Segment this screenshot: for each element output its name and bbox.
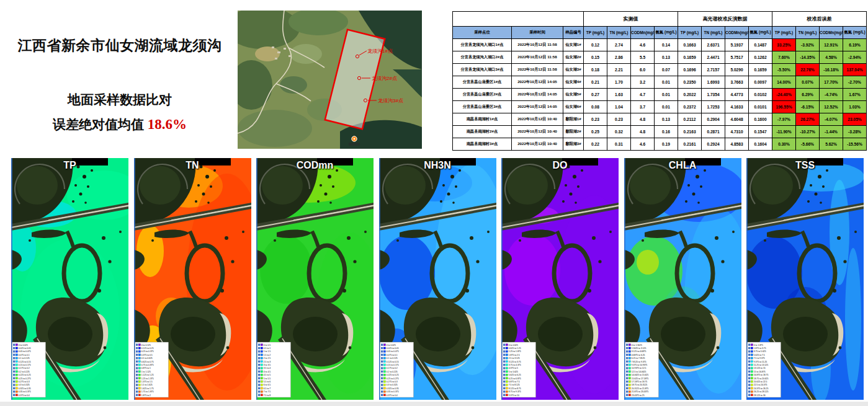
table-row: 分宜县龙须沟入湖口2#点2022年10月12日 11:58仙女湖2#0.152.… — [453, 51, 867, 64]
measured-cell-2: 6.0 — [631, 64, 655, 76]
svg-text:0.1 to 0.125: 0.1 to 0.125 — [19, 357, 30, 360]
heatmap-label-NH3N: NH3N — [424, 160, 451, 171]
measured-cell-3: 0.01 — [655, 89, 678, 101]
heatmap-panel-CHLA: 0 to 1.56251.5625 to 3.1253.125 to 4.687… — [624, 158, 741, 400]
svg-text:5 to 5.5: 5 to 5.5 — [264, 377, 271, 380]
error-cell-1: -6.15% — [796, 101, 820, 113]
inverted-cell-2: 4.4773 — [725, 89, 749, 101]
svg-text:28.125 to 30: 28.125 to 30 — [754, 394, 766, 397]
svg-text:23.4375 to 25: 23.4375 to 25 — [631, 394, 644, 397]
header-time: 采样时间 — [512, 27, 563, 39]
inverted-cell-2: 5.7517 — [725, 51, 749, 64]
inverted-cell-2: 4.6048 — [725, 113, 749, 126]
svg-text:26.25 to 28.125: 26.25 to 28.125 — [754, 391, 769, 393]
svg-text:0.625 to 0.75: 0.625 to 0.75 — [141, 361, 153, 363]
time-cell: 2022年10月12日 11:58 — [512, 51, 563, 64]
svg-text:0.275 to 0.3: 0.275 to 0.3 — [19, 381, 30, 383]
svg-text:0 to 0.625: 0 to 0.625 — [509, 344, 518, 346]
svg-text:1.5625 to 3.125: 1.5625 to 3.125 — [631, 347, 646, 350]
svg-text:18.75 to 20.3125: 18.75 to 20.3125 — [631, 384, 647, 386]
svg-text:0.2 to 0.225: 0.2 to 0.225 — [386, 371, 397, 373]
measured-cell-1: 1.70 — [607, 76, 631, 89]
site-cell: 分宜县昌山庙景区1#点 — [453, 76, 512, 89]
measured-cell-0: 0.25 — [584, 126, 607, 138]
measured-cell-2: 4.7 — [631, 89, 655, 101]
measured-cell-3: 0.01 — [655, 101, 678, 113]
svg-text:2.5 to 3: 2.5 to 3 — [264, 361, 271, 363]
svg-text:0.1 to 0.125: 0.1 to 0.125 — [386, 357, 397, 360]
error-cell-1: -10.27% — [796, 126, 820, 138]
inverted-cell-0: 0.2372 — [678, 101, 702, 113]
measured-cell-0: 0.22 — [584, 138, 607, 151]
heatmap-label-TN: TN — [186, 160, 199, 171]
svg-text:0.125 to 0.25: 0.125 to 0.25 — [141, 347, 153, 350]
inverted-cell-1: 1.6993 — [702, 76, 725, 89]
inverted-cell-1: 0.2924 — [702, 138, 725, 151]
sample-cell: 仙女湖2# — [563, 51, 584, 64]
error-cell-2: 4.58% — [820, 51, 843, 64]
svg-text:6.875 to 7.5: 6.875 to 7.5 — [509, 381, 520, 383]
sample-cell: 仙女湖1# — [563, 39, 584, 51]
inverted-cell-0: 0.2350 — [678, 76, 702, 89]
time-cell: 2022年10月12日 14:05 — [512, 101, 563, 113]
svg-text:0.075 to 0.1: 0.075 to 0.1 — [19, 354, 30, 356]
error-cell-0: 33.25% — [772, 39, 796, 51]
legend: 0 to 0.50.5 to 11 to 1.51.5 to 22 to 2.5… — [257, 342, 291, 397]
satellite-map: 龙须沟1#点 龙须沟2#点 龙须沟3#点 — [238, 11, 422, 149]
inverted-cell-0: 0.2163 — [678, 126, 702, 138]
svg-text:0.25 to 0.275: 0.25 to 0.275 — [19, 377, 31, 380]
inverted-cell-0: 0.1663 — [678, 39, 702, 51]
measured-cell-0: 0.27 — [584, 89, 607, 101]
heatmap-panel-DO: 0 to 0.6250.625 to 1.251.25 to 1.8751.87… — [501, 158, 619, 400]
svg-text:0.5 to 0.625: 0.5 to 0.625 — [141, 357, 152, 360]
group-measured: 实测值 — [584, 12, 678, 27]
metric-line: 误差绝对值均值 18.6% — [7, 116, 232, 133]
measured-cell-0: 0.21 — [584, 76, 607, 89]
table-row: 分宜县龙须沟入湖口1#点2022年10月12日 11:58仙女湖1#0.122.… — [453, 39, 867, 51]
svg-text:0 to 1.5625: 0 to 1.5625 — [631, 344, 642, 346]
svg-text:3.5 to 4: 3.5 to 4 — [264, 367, 271, 369]
table-row: 分宜县昌山庙景区3#点2022年10月12日 14:05仙女湖6#0.081.0… — [453, 101, 867, 113]
measured-cell-3: 0.14 — [655, 39, 678, 51]
error-cell-2: -4.07% — [820, 113, 843, 126]
svg-text:0.875 to 1: 0.875 to 1 — [141, 367, 150, 369]
group-error: 校准后误差 — [772, 12, 867, 27]
svg-text:20.3125 to 21.875: 20.3125 to 21.875 — [631, 387, 648, 390]
header-site: 采样点位 — [453, 27, 512, 39]
svg-text:0.3 to 0.325: 0.3 to 0.325 — [19, 384, 30, 386]
table-group-row: 实测值 高光谱校准反演数据 校准后误差 — [453, 12, 867, 27]
error-cell-1: -3.92% — [796, 39, 820, 51]
inverted-cell-1: 1.7354 — [702, 89, 725, 101]
inverted-cell-2: 4.1633 — [725, 101, 749, 113]
svg-text:0.375 to 0.4: 0.375 to 0.4 — [386, 394, 397, 397]
inverted-cell-1: 0.2904 — [702, 113, 725, 126]
header-param-0-1: TN (mg/L) — [607, 27, 631, 39]
error-cell-1: 26.27% — [796, 113, 820, 126]
measured-cell-0: 0.18 — [584, 64, 607, 76]
svg-text:1.875 to 2: 1.875 to 2 — [141, 394, 150, 397]
inverted-cell-0: 0.2022 — [678, 89, 702, 101]
svg-text:3.125 to 3.75: 3.125 to 3.75 — [509, 361, 521, 363]
inverted-cell-0: 0.1696 — [678, 64, 702, 76]
measured-cell-3: 0.13 — [655, 51, 678, 64]
svg-text:0.075 to 0.1: 0.075 to 0.1 — [386, 354, 397, 356]
measured-cell-3: 0.01 — [655, 76, 678, 89]
svg-text:20.625 to 22.5: 20.625 to 22.5 — [754, 381, 767, 383]
svg-text:0.375 to 0.4: 0.375 to 0.4 — [19, 394, 30, 397]
svg-text:0.125 to 0.15: 0.125 to 0.15 — [386, 361, 398, 363]
error-cell-1: -5.66% — [796, 138, 820, 151]
inverted-cell-2: 5.1937 — [725, 39, 749, 51]
svg-text:1.625 to 1.75: 1.625 to 1.75 — [141, 387, 153, 390]
svg-text:0.25 to 0.275: 0.25 to 0.275 — [386, 377, 398, 380]
svg-text:0.35 to 0.375: 0.35 to 0.375 — [386, 391, 398, 393]
svg-text:0.225 to 0.25: 0.225 to 0.25 — [386, 374, 398, 376]
svg-text:6.5 to 7: 6.5 to 7 — [264, 387, 271, 390]
svg-text:0.175 to 0.2: 0.175 to 0.2 — [19, 367, 30, 369]
svg-text:0.35 to 0.375: 0.35 to 0.375 — [19, 391, 31, 393]
inverted-cell-3: 0.0102 — [749, 89, 772, 101]
svg-text:2 to 2.5: 2 to 2.5 — [264, 357, 271, 360]
marker-label-1: 龙须沟1#点 — [367, 48, 393, 54]
error-cell-0: 196.55% — [772, 101, 796, 113]
svg-text:15.625 to 17.1875: 15.625 to 17.1875 — [631, 377, 648, 380]
measured-cell-0: 0.12 — [584, 39, 607, 51]
